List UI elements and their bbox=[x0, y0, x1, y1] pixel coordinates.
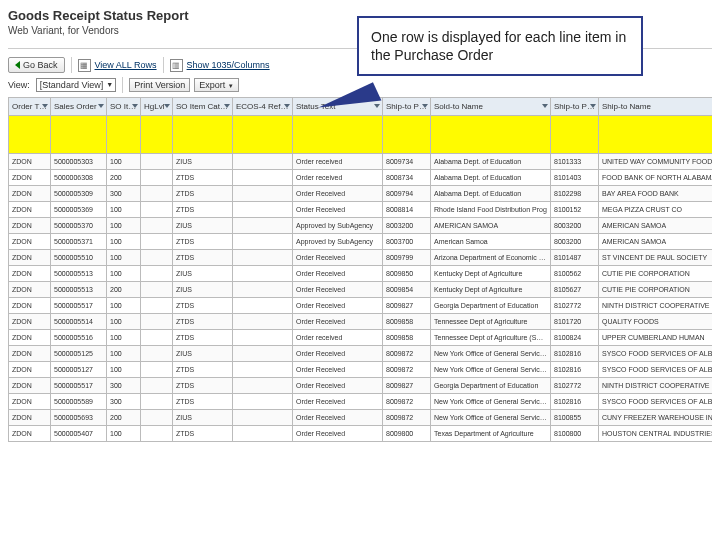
cell: Alabama Dept. of Education bbox=[431, 186, 551, 202]
cell: 8009858 bbox=[383, 330, 431, 346]
grid-icon[interactable]: ▦ bbox=[78, 59, 91, 72]
cell: 100 bbox=[107, 202, 141, 218]
cell: 8008734 bbox=[383, 170, 431, 186]
cell bbox=[233, 378, 293, 394]
table-row[interactable]: ZDON5000005516100ZTDSOrder received80098… bbox=[9, 330, 713, 346]
cell bbox=[9, 116, 51, 154]
cell: 5000005369 bbox=[51, 202, 107, 218]
table-row[interactable]: ZDON5000005127100ZTDSOrder Received80098… bbox=[9, 362, 713, 378]
cell bbox=[141, 426, 173, 442]
table-row[interactable]: ZDON5000005370100ZIUSApproved by SubAgen… bbox=[9, 218, 713, 234]
table-row[interactable]: ZDON5000005514100ZTDSOrder Received80098… bbox=[9, 314, 713, 330]
table-row[interactable]: ZDON5000005693200ZIUSOrder Received80098… bbox=[9, 410, 713, 426]
table-row[interactable]: ZDON5000005303100ZIUSOrder received80097… bbox=[9, 154, 713, 170]
col-header[interactable]: Ship-to Party bbox=[551, 98, 599, 116]
cell bbox=[141, 218, 173, 234]
cell bbox=[233, 116, 293, 154]
cell: 100 bbox=[107, 218, 141, 234]
cell: 100 bbox=[107, 154, 141, 170]
table-row[interactable]: ZDON5000005407100ZTDSOrder Received80098… bbox=[9, 426, 713, 442]
sort-icon bbox=[422, 104, 428, 108]
col-header[interactable]: HgLvl bbox=[141, 98, 173, 116]
cell bbox=[233, 202, 293, 218]
cell: Order Received bbox=[293, 394, 383, 410]
cell: SYSCO FOOD SERVICES OF ALBANY bbox=[599, 346, 713, 362]
table-row[interactable]: ZDON5000005517100ZTDSOrder Received80098… bbox=[9, 298, 713, 314]
cell: ZDON bbox=[9, 218, 51, 234]
columns-icon[interactable]: ▥ bbox=[170, 59, 183, 72]
cell bbox=[233, 186, 293, 202]
col-header[interactable]: SO Item bbox=[107, 98, 141, 116]
cell: 8009799 bbox=[383, 250, 431, 266]
separator bbox=[122, 77, 123, 93]
cell bbox=[233, 298, 293, 314]
cell: 5000005516 bbox=[51, 330, 107, 346]
cell: ZTDS bbox=[173, 202, 233, 218]
sort-icon bbox=[224, 104, 230, 108]
highlighted-row[interactable] bbox=[9, 116, 713, 154]
show-columns-link[interactable]: Show 1035/Columns bbox=[187, 60, 270, 70]
cell bbox=[233, 250, 293, 266]
col-header[interactable]: Sold-to Name bbox=[431, 98, 551, 116]
cell: AMERICAN SAMOA bbox=[599, 218, 713, 234]
cell: Georgia Department of Education bbox=[431, 298, 551, 314]
cell: Order received bbox=[293, 170, 383, 186]
cell: ZDON bbox=[9, 362, 51, 378]
cell: 8009794 bbox=[383, 186, 431, 202]
table-row[interactable]: ZDON5000005513200ZIUSOrder Received80098… bbox=[9, 282, 713, 298]
table-row[interactable]: ZDON5000005589300ZTDSOrder Received80098… bbox=[9, 394, 713, 410]
view-all-rows-link[interactable]: View ALL Rows bbox=[95, 60, 157, 70]
cell: MEGA PIZZA CRUST CO bbox=[599, 202, 713, 218]
cell: 8102816 bbox=[551, 362, 599, 378]
cell: ZTDS bbox=[173, 330, 233, 346]
view-select[interactable]: [Standard View] bbox=[36, 78, 116, 92]
export-button[interactable]: Export ▼ bbox=[194, 78, 238, 92]
cell: Order Received bbox=[293, 298, 383, 314]
cell: 5000005309 bbox=[51, 186, 107, 202]
sort-icon bbox=[590, 104, 596, 108]
cell: 8100152 bbox=[551, 202, 599, 218]
col-header[interactable]: ECOS-4 Reference # bbox=[233, 98, 293, 116]
cell bbox=[141, 378, 173, 394]
cell: ZDON bbox=[9, 314, 51, 330]
col-header[interactable]: Ship-to Party bbox=[383, 98, 431, 116]
col-header[interactable]: Sales Order bbox=[51, 98, 107, 116]
cell bbox=[233, 234, 293, 250]
table-row[interactable]: ZDON5000005510100ZTDSOrder Received80097… bbox=[9, 250, 713, 266]
table-row[interactable]: ZDON5000006308200ZTDSOrder received80087… bbox=[9, 170, 713, 186]
cell: 8102772 bbox=[551, 298, 599, 314]
cell: CUTIE PIE CORPORATION bbox=[599, 266, 713, 282]
cell: ZTDS bbox=[173, 314, 233, 330]
col-header[interactable]: SO Item Category bbox=[173, 98, 233, 116]
table-row[interactable]: ZDON5000005371100ZTDSApproved by SubAgen… bbox=[9, 234, 713, 250]
col-header[interactable]: Order Type bbox=[9, 98, 51, 116]
cell: NINTH DISTRICT COOPERATIVE bbox=[599, 378, 713, 394]
col-header[interactable]: Ship-to Name bbox=[599, 98, 713, 116]
cell: 8009872 bbox=[383, 410, 431, 426]
cell: Kentucky Dept of Agriculture bbox=[431, 266, 551, 282]
cell: 5000005513 bbox=[51, 266, 107, 282]
cell: ZTDS bbox=[173, 298, 233, 314]
cell: 100 bbox=[107, 330, 141, 346]
table-row[interactable]: ZDON5000005125100ZIUSOrder Received80098… bbox=[9, 346, 713, 362]
table-row[interactable]: ZDON5000005513100ZIUSOrder Received80098… bbox=[9, 266, 713, 282]
cell bbox=[141, 298, 173, 314]
cell: 5000005513 bbox=[51, 282, 107, 298]
cell: 8009827 bbox=[383, 298, 431, 314]
cell: CUNY FREEZER WAREHOUSE INC bbox=[599, 410, 713, 426]
cell: Alabama Dept. of Education bbox=[431, 170, 551, 186]
cell: 8003700 bbox=[383, 234, 431, 250]
go-back-button[interactable]: Go Back bbox=[8, 57, 65, 73]
cell: 100 bbox=[107, 362, 141, 378]
cell: 5000005303 bbox=[51, 154, 107, 170]
cell bbox=[431, 116, 551, 154]
table-row[interactable]: ZDON5000005369100ZTDSOrder Received80088… bbox=[9, 202, 713, 218]
table-row[interactable]: ZDON5000005517300ZTDSOrder Received80098… bbox=[9, 378, 713, 394]
cell: ZDON bbox=[9, 250, 51, 266]
table-row[interactable]: ZDON5000005309300ZTDSOrder Received80097… bbox=[9, 186, 713, 202]
cell: 5000005510 bbox=[51, 250, 107, 266]
print-version-button[interactable]: Print Version bbox=[129, 78, 190, 92]
cell: 8008814 bbox=[383, 202, 431, 218]
view-label: View: bbox=[8, 80, 30, 90]
cell: ZDON bbox=[9, 282, 51, 298]
